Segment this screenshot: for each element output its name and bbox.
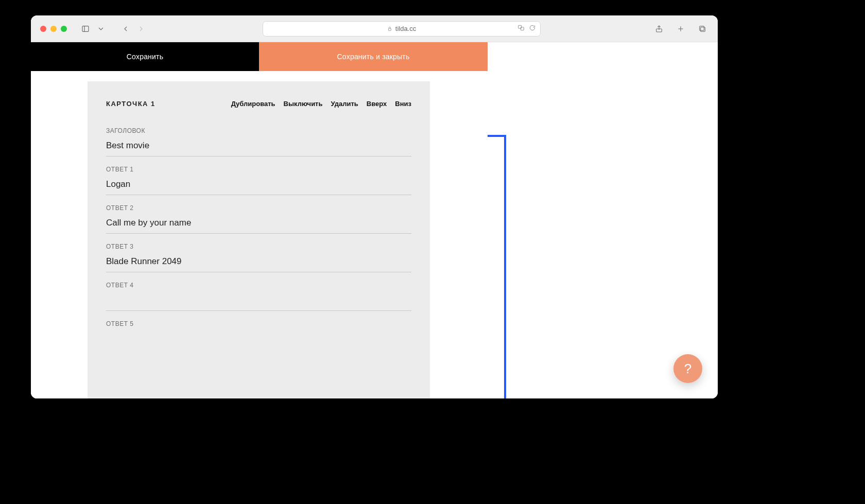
preview-outline [488,135,506,398]
maximize-window-button[interactable] [61,26,67,32]
card-action-down[interactable]: Вниз [395,100,411,108]
svg-rect-9 [700,26,704,30]
action-bar: Сохранить Сохранить и закрыть [31,42,488,71]
answer1-input[interactable] [106,177,411,195]
browser-window: tilda.cc [31,15,718,398]
share-icon[interactable] [653,23,665,35]
address-host: tilda.cc [395,25,416,32]
answer3-input[interactable] [106,254,411,272]
close-window-button[interactable] [40,26,46,32]
answer4-label: ОТВЕТ 4 [106,282,411,289]
answer3-label: ОТВЕТ 3 [106,243,411,250]
translate-icon[interactable] [517,24,525,33]
card-panel: КАРТОЧКА 1 Дублировать Выключить Удалить… [88,81,430,398]
editor-column: Сохранить Сохранить и закрыть КАРТОЧКА 1… [31,42,488,398]
answer5-label: ОТВЕТ 5 [106,320,411,327]
save-and-close-button[interactable]: Сохранить и закрыть [259,42,488,71]
nav-back-button[interactable] [119,23,132,35]
svg-rect-8 [701,27,705,31]
svg-rect-0 [82,26,89,31]
svg-rect-2 [388,28,391,30]
answer2-input[interactable] [106,216,411,234]
heading-label: ЗАГОЛОВОК [106,127,411,134]
tabs-overview-icon[interactable] [696,23,708,35]
save-and-close-button-label: Сохранить и закрыть [337,53,410,61]
page-viewport: Сохранить Сохранить и закрыть КАРТОЧКА 1… [31,42,718,398]
new-tab-icon[interactable] [674,23,687,35]
save-button-label: Сохранить [127,53,163,61]
window-controls [40,26,67,32]
nav-forward-button[interactable] [135,23,147,35]
minimize-window-button[interactable] [50,26,57,32]
answer2-label: ОТВЕТ 2 [106,204,411,212]
answer4-input[interactable] [106,293,411,311]
lock-icon [387,26,392,31]
heading-input[interactable] [106,138,411,157]
answer1-label: ОТВЕТ 1 [106,166,411,173]
sidebar-toggle-icon[interactable] [79,23,92,35]
card-actions: Дублировать Выключить Удалить Вверх Вниз [231,100,411,108]
card-action-up[interactable]: Вверх [367,100,387,108]
card-action-delete[interactable]: Удалить [331,100,358,108]
card-title: КАРТОЧКА 1 [106,100,155,108]
address-bar[interactable]: tilda.cc [263,21,541,37]
card-action-disable[interactable]: Выключить [284,100,323,108]
browser-titlebar: tilda.cc [31,15,718,42]
help-icon: ? [684,361,691,377]
reload-icon[interactable] [529,24,536,33]
chevron-down-icon[interactable] [95,23,107,35]
card-action-duplicate[interactable]: Дублировать [231,100,275,108]
help-button[interactable]: ? [673,354,702,383]
save-button[interactable]: Сохранить [31,42,259,71]
